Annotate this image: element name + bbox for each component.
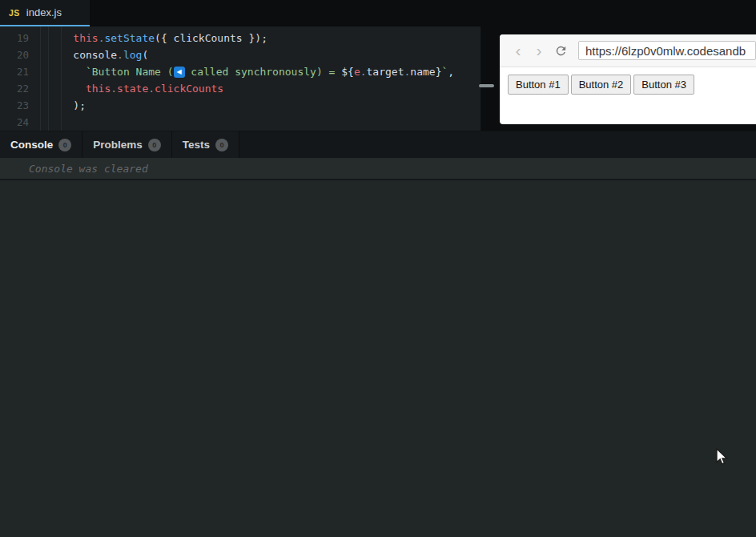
reverse-button-emoji-icon: ◀ <box>174 67 185 78</box>
code-line: 23 ); <box>0 97 480 114</box>
count-badge: 0 <box>148 139 161 151</box>
line-number: 20 <box>0 46 29 63</box>
line-number: 22 <box>0 80 29 97</box>
console-tab-tests[interactable]: Tests0 <box>172 131 239 158</box>
count-badge: 0 <box>215 139 228 151</box>
line-number: 23 <box>0 97 29 114</box>
console-log-row: Console was cleared <box>0 158 756 180</box>
console-tab-bar: Console0Problems0Tests0 <box>0 131 756 158</box>
editor-tab-bar: JS index.js <box>0 0 756 26</box>
console-panel: Console0Problems0Tests0 Console was clea… <box>0 131 756 537</box>
mouse-cursor <box>716 448 729 469</box>
code-line: 19 this.setState({ clickCounts }); <box>0 30 480 46</box>
pane-resize-handle[interactable] <box>479 84 494 87</box>
tab-label: Console <box>10 139 53 151</box>
preview-button-2[interactable]: Button #2 <box>571 75 632 95</box>
code-editor[interactable]: 19 this.setState({ clickCounts });20 con… <box>0 26 481 131</box>
code-lines: 19 this.setState({ clickCounts });20 con… <box>0 30 480 131</box>
console-tab-problems[interactable]: Problems0 <box>82 131 172 158</box>
tab-label: Problems <box>93 139 143 151</box>
browser-navbar: ‹ › <box>500 34 756 67</box>
code-line: 21 `Button Name (◀ called synchronously)… <box>0 63 480 80</box>
preview-button-3[interactable]: Button #3 <box>633 75 694 95</box>
code-line: 20 console.log( <box>0 46 480 63</box>
line-number: 24 <box>0 114 29 131</box>
tab-label: Tests <box>183 139 210 151</box>
code-line: 22 this.state.clickCounts <box>0 80 480 97</box>
javascript-file-icon: JS <box>9 8 20 18</box>
preview-pane: ‹ › Button #1Button #2Button #3 <box>481 26 756 131</box>
file-tab-label: index.js <box>26 6 62 18</box>
refresh-icon[interactable] <box>549 44 572 58</box>
console-tab-console[interactable]: Console0 <box>0 131 82 158</box>
forward-icon[interactable]: › <box>529 35 549 66</box>
count-badge: 0 <box>58 139 71 151</box>
preview-button-1[interactable]: Button #1 <box>508 75 569 95</box>
address-bar-input[interactable] <box>578 41 756 60</box>
code-line: 24 <box>0 114 480 131</box>
console-cleared-message: Console was cleared <box>29 163 148 175</box>
back-icon[interactable]: ‹ <box>508 35 529 66</box>
line-number: 19 <box>0 30 29 46</box>
preview-content: Button #1Button #2Button #3 <box>500 67 756 95</box>
line-number: 21 <box>0 63 29 80</box>
browser-preview-panel: ‹ › Button #1Button #2Button #3 <box>500 34 756 124</box>
editor-tab-indexjs[interactable]: JS index.js <box>0 0 90 26</box>
